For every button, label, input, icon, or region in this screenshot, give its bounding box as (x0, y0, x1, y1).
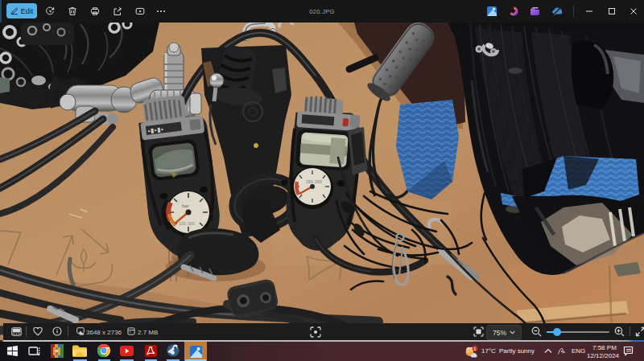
svg-text:bar: bar (182, 203, 189, 208)
svg-text:150 200: 150 200 (306, 179, 322, 184)
svg-text:1: 1 (473, 347, 476, 351)
svg-text:100 300: 100 300 (179, 221, 195, 226)
